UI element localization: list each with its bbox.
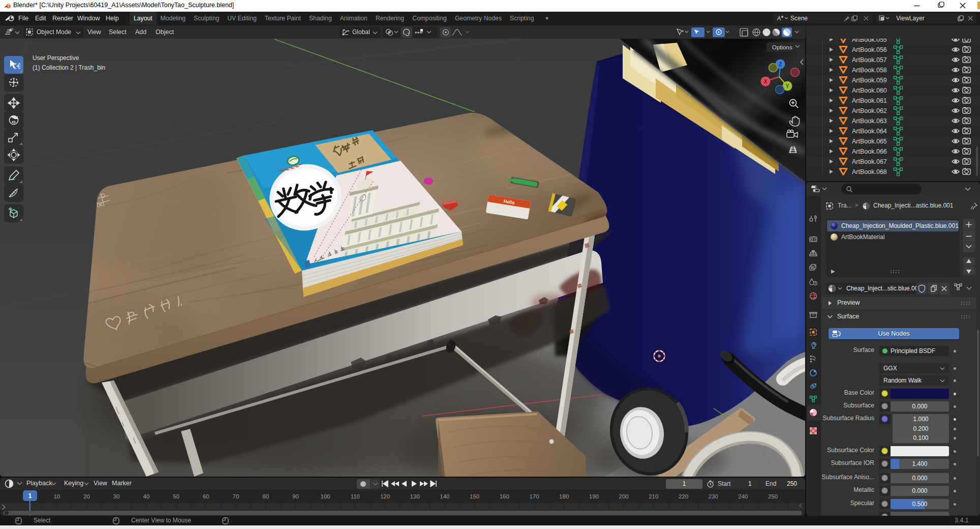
svg-text:X: X xyxy=(764,79,768,84)
svg-text:60: 60 xyxy=(203,493,209,499)
svg-text:230: 230 xyxy=(709,493,718,499)
svg-text:ArtBook.065: ArtBook.065 xyxy=(852,138,887,145)
svg-text:ArtBook.068: ArtBook.068 xyxy=(852,168,887,175)
svg-text:ArtBook.063: ArtBook.063 xyxy=(852,117,887,125)
svg-text:1: 1 xyxy=(28,492,32,499)
svg-text:20: 20 xyxy=(83,493,90,499)
svg-text:ArtBook.062: ArtBook.062 xyxy=(852,107,887,114)
svg-text:ArtBook.066: ArtBook.066 xyxy=(852,148,887,155)
svg-text:ArtBook.060: ArtBook.060 xyxy=(852,87,887,94)
svg-text:110: 110 xyxy=(351,493,360,499)
svg-text:Y: Y xyxy=(786,83,789,89)
svg-text:Options: Options xyxy=(772,44,792,50)
svg-text:130: 130 xyxy=(410,493,420,499)
svg-text:100: 100 xyxy=(321,493,330,499)
svg-text:90: 90 xyxy=(292,493,299,499)
svg-text:ArtBook.055: ArtBook.055 xyxy=(852,39,887,43)
svg-text:40: 40 xyxy=(143,493,150,499)
svg-text:ArtBook.057: ArtBook.057 xyxy=(852,56,887,64)
svg-text:ArtBook.056: ArtBook.056 xyxy=(852,46,887,53)
svg-text:240: 240 xyxy=(738,493,748,499)
svg-text:10: 10 xyxy=(53,493,60,499)
svg-text:250: 250 xyxy=(768,493,778,499)
svg-text:ArtBook.064: ArtBook.064 xyxy=(852,128,887,135)
svg-text:ArtBook.067: ArtBook.067 xyxy=(852,158,887,165)
svg-text:160: 160 xyxy=(500,493,509,499)
svg-text:Z: Z xyxy=(779,62,782,67)
svg-text:150: 150 xyxy=(470,493,479,499)
svg-text:30: 30 xyxy=(113,493,120,499)
svg-text:190: 190 xyxy=(589,493,599,499)
svg-text:210: 210 xyxy=(649,493,658,499)
svg-text:80: 80 xyxy=(262,493,269,499)
svg-text:180: 180 xyxy=(559,493,569,499)
svg-text:ArtBook.058: ArtBook.058 xyxy=(852,67,887,74)
svg-text:120: 120 xyxy=(380,493,390,499)
svg-text:200: 200 xyxy=(619,493,629,499)
svg-text:170: 170 xyxy=(529,493,539,499)
svg-text:ArtBook.061: ArtBook.061 xyxy=(852,97,887,104)
svg-text:220: 220 xyxy=(679,493,688,499)
svg-text:140: 140 xyxy=(440,493,449,499)
svg-text:ArtBook.059: ArtBook.059 xyxy=(852,77,887,84)
svg-text:50: 50 xyxy=(173,493,179,499)
svg-text:User Perspective: User Perspective xyxy=(33,54,79,62)
svg-text:(1) Collection 2 | Trash_bin: (1) Collection 2 | Trash_bin xyxy=(33,64,105,71)
svg-text:70: 70 xyxy=(233,493,239,499)
